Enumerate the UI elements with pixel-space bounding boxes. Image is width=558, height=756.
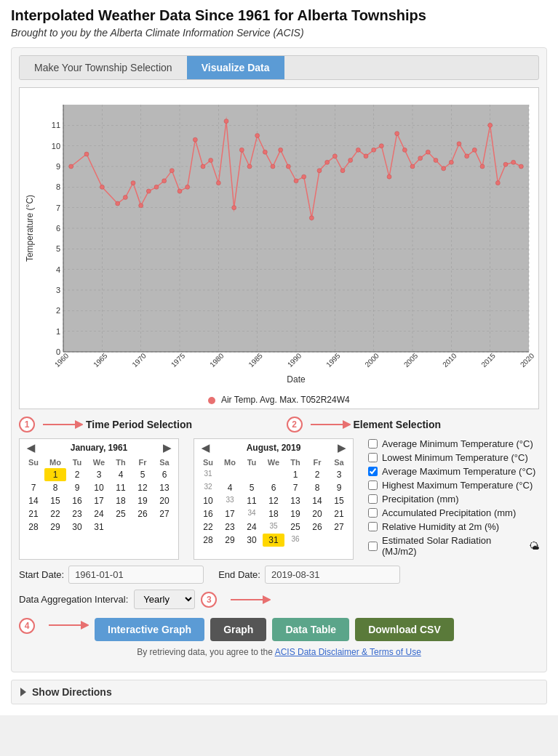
start-cal-header-sa: Sa xyxy=(154,457,175,468)
checkbox-row-2: Average Maximum Temperature (°C) xyxy=(368,466,539,477)
end-calendar: ◀ August, 2019 ▶ Su Mo Tu We Th Fr Sa 31 xyxy=(194,438,354,560)
interactive-graph-button[interactable]: Interactive Graph xyxy=(95,618,204,641)
page-subtitle: Brought to you by the Alberta Climate In… xyxy=(11,27,547,39)
start-cal-header-th: Th xyxy=(110,457,132,468)
checkbox-row-1: Lowest Minimum Temperature (°C) xyxy=(368,452,539,463)
main-card: Make Your Township Selection Visualize D… xyxy=(11,47,547,672)
start-date-label: Start Date: xyxy=(19,569,64,580)
checkbox-low-min-temp[interactable] xyxy=(368,453,378,462)
step2-badge: 2 xyxy=(287,417,303,433)
step2-section: 2 Element Selection xyxy=(287,417,540,433)
tab-township[interactable]: Make Your Township Selection xyxy=(20,56,187,79)
step4-badge: 4 xyxy=(19,618,35,634)
tab-visualize[interactable]: Visualize Data xyxy=(187,56,284,79)
label-low-min-temp: Lowest Minimum Temperature (°C) xyxy=(382,452,528,463)
checkbox-row-5: Accumulated Precipitation (mm) xyxy=(368,507,539,518)
start-calendar: ◀ January, 1961 ▶ Su Mo Tu We Th Fr Sa 1… xyxy=(19,438,179,560)
calendars-checkboxes-row: ◀ January, 1961 ▶ Su Mo Tu We Th Fr Sa 1… xyxy=(19,438,539,560)
chart-container: Air Temp. Avg. Max. T052R24W4 xyxy=(19,87,539,409)
step1-section: 1 Time Period Selection xyxy=(19,417,272,433)
end-cal-next[interactable]: ▶ xyxy=(333,442,350,454)
label-high-max-temp: Highest Maximum Temperature (°C) xyxy=(382,480,533,491)
page-title: Interpolated Weather Data Since 1961 for… xyxy=(11,7,547,24)
start-cal-next[interactable]: ▶ xyxy=(159,442,175,454)
step3-badge: 3 xyxy=(201,592,217,608)
checkbox-row-4: Precipitation (mm) xyxy=(368,494,539,504)
step1-badge: 1 xyxy=(19,417,35,433)
start-cal-day-1[interactable]: 1 xyxy=(44,468,66,481)
checkbox-row-7: Estimated Solar Radiation (MJ/m2) 🌤 xyxy=(368,535,539,557)
start-cal-header-fr: Fr xyxy=(132,457,154,468)
step2-arrow-icon xyxy=(307,417,351,432)
start-cal-header-we: We xyxy=(88,457,110,468)
solar-icon: 🌤 xyxy=(529,540,539,552)
disclaimer-link[interactable]: ACIS Data Disclaimer & Terms of Use xyxy=(275,647,421,657)
step1-label: Time Period Selection xyxy=(86,419,192,430)
label-rel-humidity: Relative Humidity at 2m (%) xyxy=(382,521,499,532)
step1-label-row: 1 Time Period Selection xyxy=(19,417,272,433)
agg-label: Data Aggregation Interval: xyxy=(19,594,128,605)
chart-inner xyxy=(23,94,535,392)
start-cal-month: January, 1961 xyxy=(71,443,128,453)
label-avg-min-temp: Average Minimum Temperature (°C) xyxy=(382,438,533,449)
checkbox-rel-humidity[interactable] xyxy=(368,522,378,531)
step3-arrow-icon xyxy=(227,592,271,607)
step1-arrow-icon xyxy=(39,417,83,432)
end-cal-month: August, 2019 xyxy=(247,443,301,453)
download-csv-button[interactable]: Download CSV xyxy=(355,618,454,641)
date-row: Start Date: End Date: xyxy=(19,566,539,584)
checkbox-accum-precip[interactable] xyxy=(368,508,378,518)
checkbox-row-0: Average Minimum Temperature (°C) xyxy=(368,438,539,449)
tab-bar: Make Your Township Selection Visualize D… xyxy=(19,55,539,80)
graph-button[interactable]: Graph xyxy=(210,618,266,641)
checkbox-solar-rad[interactable] xyxy=(368,542,378,551)
label-accum-precip: Accumulated Precipitation (mm) xyxy=(382,507,516,518)
checkboxes-col: Average Minimum Temperature (°C) Lowest … xyxy=(368,438,539,560)
checkbox-avg-min-temp[interactable] xyxy=(368,439,378,449)
step2-label-row: 2 Element Selection xyxy=(287,417,540,433)
end-cal-grid: Su Mo Tu We Th Fr Sa 31 1 2 3 32 xyxy=(197,457,350,550)
legend-label: Air Temp. Avg. Max. T052R24W4 xyxy=(221,395,350,405)
step2-label: Element Selection xyxy=(354,419,442,430)
show-directions[interactable]: Show Directions xyxy=(11,680,547,704)
label-solar-rad: Estimated Solar Radiation (MJ/m2) xyxy=(382,535,526,557)
checkbox-avg-max-temp[interactable] xyxy=(368,467,378,476)
aggregation-row: Data Aggregation Interval: Daily Monthly… xyxy=(19,590,539,609)
checkbox-precip[interactable] xyxy=(368,494,378,504)
controls-row: 1 Time Period Selection 2 Element Select… xyxy=(19,417,539,433)
agg-select[interactable]: Daily Monthly Yearly xyxy=(134,590,195,609)
start-date-field: Start Date: xyxy=(19,566,204,584)
chart-legend: Air Temp. Avg. Max. T052R24W4 xyxy=(23,395,535,405)
show-directions-label: Show Directions xyxy=(32,686,112,698)
step4-arrow-icon xyxy=(45,618,89,632)
end-cal-day-31[interactable]: 31 xyxy=(263,534,284,547)
start-cal-grid: Su Mo Tu We Th Fr Sa 1 2 3 4 5 6 7 xyxy=(23,457,175,536)
end-date-label: End Date: xyxy=(218,569,260,580)
start-cal-header-tu: Tu xyxy=(66,457,88,468)
end-cal-prev[interactable]: ◀ xyxy=(197,442,214,454)
chevron-right-icon xyxy=(20,688,26,696)
disclaimer: By retrieving data, you agree to the ACI… xyxy=(19,647,539,657)
label-precip: Precipitation (mm) xyxy=(382,494,458,504)
start-cal-prev[interactable]: ◀ xyxy=(23,442,39,454)
checkbox-row-6: Relative Humidity at 2m (%) xyxy=(368,521,539,532)
end-cal-header: ◀ August, 2019 ▶ xyxy=(197,442,350,454)
start-cal-header: ◀ January, 1961 ▶ xyxy=(23,442,175,454)
end-date-input[interactable] xyxy=(265,566,400,584)
start-cal-header-su: Su xyxy=(23,457,44,468)
disclaimer-text: By retrieving data, you agree to the xyxy=(137,647,274,657)
legend-dot xyxy=(208,397,215,404)
checkbox-high-max-temp[interactable] xyxy=(368,480,378,490)
action-row: 4 Interactive Graph Graph Data Table Dow… xyxy=(19,618,539,641)
end-date-field: End Date: xyxy=(218,566,400,584)
checkbox-row-3: Highest Maximum Temperature (°C) xyxy=(368,480,539,491)
start-date-input[interactable] xyxy=(68,566,204,584)
data-table-button[interactable]: Data Table xyxy=(272,618,349,641)
label-avg-max-temp: Average Maximum Temperature (°C) xyxy=(382,466,535,477)
start-cal-header-mo: Mo xyxy=(44,457,66,468)
